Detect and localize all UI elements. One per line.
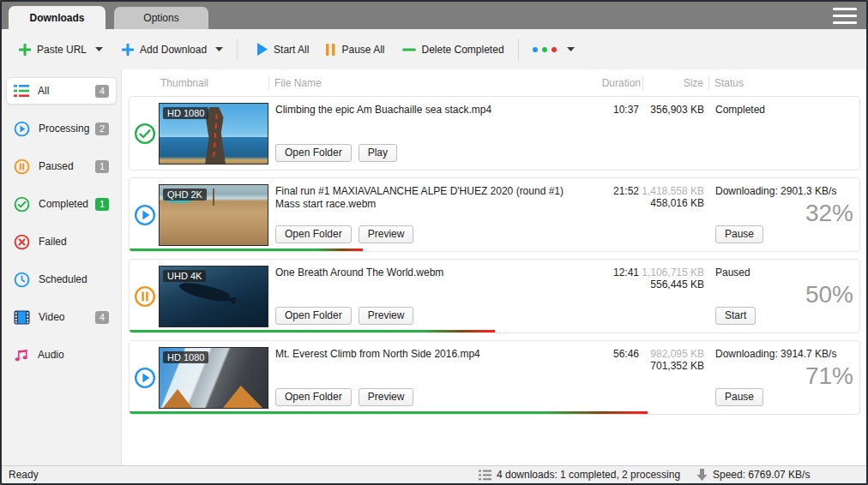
resolution-badge: HD 1080 (163, 107, 208, 119)
tab-options[interactable]: Options (114, 7, 208, 29)
sidebar-item-scheduled[interactable]: Scheduled (6, 266, 117, 293)
music-note-icon (14, 347, 29, 362)
size-total: 1,418,558 KB (593, 185, 704, 197)
column-header-status: Status (714, 77, 744, 89)
progress-percent: 50% (805, 281, 853, 308)
downloads-summary: 4 downloads: 1 completed, 2 processing (497, 469, 680, 481)
toolbar-separator (518, 39, 519, 61)
ready-status: Ready (9, 469, 39, 481)
plus-icon (122, 44, 134, 56)
dropdown-caret-icon[interactable] (215, 47, 223, 51)
progress-percent: 32% (805, 200, 853, 227)
size-downloaded: 458,016 KB (593, 197, 704, 209)
app-window: Downloads Options Paste URL Add Download… (0, 0, 868, 485)
dropdown-caret-icon[interactable] (567, 47, 575, 51)
sidebar: All 4 Processing 2 Paused 1 Completed 1 … (2, 69, 122, 465)
header-separator (268, 75, 269, 90)
list-icon (14, 84, 29, 98)
sidebar-item-failed[interactable]: Failed (6, 228, 117, 255)
open-folder-button[interactable]: Open Folder (275, 144, 352, 162)
pause-all-button[interactable]: Pause All (321, 39, 389, 61)
sidebar-item-label: All (38, 85, 49, 97)
count-badge: 1 (95, 160, 109, 173)
sidebar-item-label: Failed (39, 236, 67, 248)
paste-url-label: Paste URL (37, 44, 87, 56)
overflow-dots-icon (533, 47, 558, 52)
delete-completed-label: Delete Completed (422, 44, 504, 56)
sidebar-item-label: Completed (39, 198, 88, 210)
download-row[interactable]: UHD 4K One Breath Around The World.webm … (129, 259, 860, 333)
hamburger-icon[interactable] (833, 8, 857, 24)
play-circle-icon (134, 204, 156, 226)
pause-circle-icon (14, 159, 30, 175)
play-icon (256, 43, 268, 56)
add-download-button[interactable]: Add Download (117, 39, 228, 61)
tab-downloads[interactable]: Downloads (9, 6, 105, 29)
video-thumbnail: HD 1080 (159, 347, 268, 409)
pause-button[interactable]: Pause (715, 225, 763, 243)
list-header: Thumbnail File Name Duration Size Status (122, 69, 866, 96)
start-all-button[interactable]: Start All (251, 38, 314, 61)
progress-bar (130, 411, 648, 414)
sidebar-item-label: Scheduled (39, 273, 87, 285)
dropdown-caret-icon[interactable] (95, 47, 103, 51)
list-icon (479, 470, 491, 481)
resolution-badge: UHD 4K (163, 270, 206, 282)
column-header-thumbnail: Thumbnail (160, 77, 208, 89)
delete-completed-button[interactable]: Delete Completed (397, 39, 509, 61)
open-folder-button[interactable]: Open Folder (275, 307, 352, 325)
paste-url-button[interactable]: Paste URL (14, 39, 108, 61)
play-button[interactable]: Play (359, 144, 397, 162)
preview-button[interactable]: Preview (359, 307, 414, 325)
open-folder-button[interactable]: Open Folder (275, 388, 352, 406)
sidebar-item-paused[interactable]: Paused 1 (6, 153, 117, 180)
sidebar-item-label: Paused (39, 160, 74, 172)
sidebar-item-label: Audio (38, 349, 64, 361)
pause-circle-icon (134, 285, 156, 308)
header-separator (642, 75, 643, 90)
progress-bar (130, 248, 363, 251)
sidebar-item-label: Video (39, 311, 64, 323)
pause-all-label: Pause All (341, 44, 384, 56)
sidebar-item-video[interactable]: Video 4 (6, 303, 117, 331)
start-button[interactable]: Start (715, 307, 756, 325)
x-circle-icon (14, 234, 30, 250)
download-row[interactable]: HD 1080 Mt. Everest Climb from North Sid… (129, 340, 860, 415)
preview-button[interactable]: Preview (359, 225, 414, 243)
download-row[interactable]: QHD 2K Final run #1 MAXIAVALANCHE ALPE D… (129, 177, 860, 252)
downloads-list: Thumbnail File Name Duration Size Status… (122, 69, 866, 465)
resolution-badge: HD 1080 (163, 351, 208, 363)
speed-indicator: Speed: 6769.07 KB/s (713, 469, 810, 481)
status-text: Downloading: 3914.7 KB/s (715, 348, 836, 360)
column-header-duration: Duration (551, 77, 641, 89)
download-row[interactable]: HD 1080 Climbing the epic Am Buachaille … (129, 96, 860, 171)
video-thumbnail: QHD 2K (159, 184, 268, 246)
add-download-label: Add Download (140, 44, 207, 56)
tab-bar: Downloads Options (2, 2, 866, 29)
clock-icon (14, 272, 30, 288)
resolution-badge: QHD 2K (163, 189, 207, 201)
more-actions-button[interactable] (527, 42, 580, 57)
start-all-label: Start All (274, 44, 309, 56)
sidebar-item-all[interactable]: All 4 (6, 77, 117, 105)
open-folder-button[interactable]: Open Folder (275, 225, 352, 243)
play-circle-icon (134, 367, 156, 389)
play-circle-icon (14, 121, 30, 137)
film-icon (14, 310, 30, 325)
check-circle-icon (14, 196, 30, 213)
size-total: 1,106,715 KB (593, 266, 704, 278)
column-header-file-name: File Name (274, 77, 322, 89)
sidebar-item-completed[interactable]: Completed 1 (6, 190, 117, 218)
pause-button[interactable]: Pause (715, 388, 763, 406)
progress-bar (130, 330, 495, 332)
pause-icon (326, 44, 335, 56)
size-downloaded: 356,903 KB (593, 104, 704, 116)
sidebar-item-audio[interactable]: Audio (6, 341, 117, 368)
count-badge: 2 (95, 123, 109, 135)
preview-button[interactable]: Preview (359, 388, 414, 406)
status-text: Paused (715, 266, 750, 278)
toolbar: Paste URL Add Download Start All Pause A… (2, 29, 866, 69)
column-header-size: Size (650, 77, 703, 89)
sidebar-item-label: Processing (39, 123, 89, 135)
sidebar-item-processing[interactable]: Processing 2 (6, 115, 117, 142)
